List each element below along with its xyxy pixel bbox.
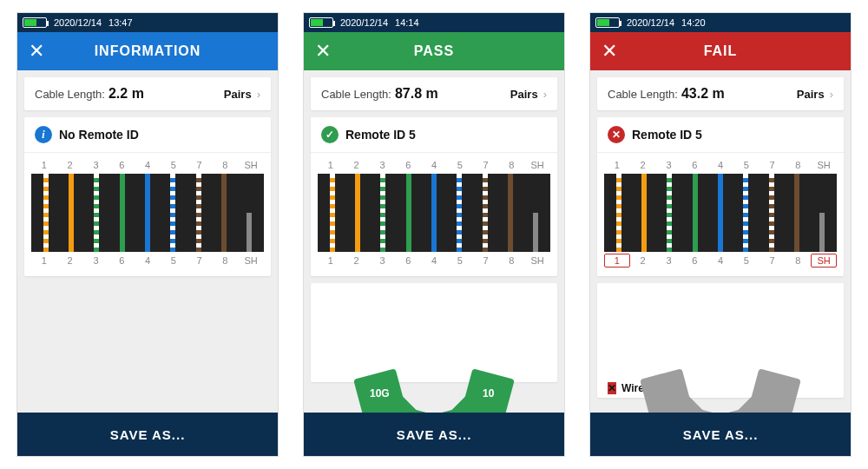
wire xyxy=(69,174,74,252)
wire xyxy=(120,174,125,252)
device-screen: 2020/12/1414:20✕FAILCable Length: 43.2 m… xyxy=(590,13,851,456)
status-date: 2020/12/14 xyxy=(627,17,674,28)
wire xyxy=(380,174,385,252)
wire xyxy=(693,174,698,252)
result-bar: ✕FAIL xyxy=(590,32,851,70)
content-area: Cable Length: 87.8 mPairs›✓Remote ID 512… xyxy=(304,70,564,413)
wiremap-wires xyxy=(604,174,837,252)
pairs-link[interactable]: Pairs xyxy=(510,88,538,101)
wire xyxy=(355,174,360,252)
result-bar: ✕INFORMATION xyxy=(17,32,278,70)
cable-length-value: 2.2 m xyxy=(108,86,144,102)
remote-id-label: No Remote ID xyxy=(59,128,139,142)
bad-icon: ✕ xyxy=(608,126,625,143)
cable-length-label: Cable Length: xyxy=(35,88,105,101)
speed-gauge-card: ✕Wiremap xyxy=(597,283,844,398)
content-area: Cable Length: 43.2 mPairs›✕Remote ID 512… xyxy=(590,70,851,413)
wire xyxy=(641,174,647,252)
wire xyxy=(43,174,49,252)
wire xyxy=(508,174,513,252)
status-bar: 2020/12/1414:20 xyxy=(590,13,851,32)
ok-icon: ✓ xyxy=(321,126,339,143)
cable-length-value: 43.2 m xyxy=(681,86,725,102)
status-bar: 2020/12/1413:47 xyxy=(17,13,278,32)
battery-icon xyxy=(23,17,47,28)
status-time: 14:20 xyxy=(681,17,706,28)
cable-length-card: Cable Length: 43.2 mPairs› xyxy=(597,77,844,110)
save-as-button[interactable]: SAVE AS... xyxy=(590,413,851,456)
status-date: 2020/12/14 xyxy=(54,17,102,28)
save-as-button[interactable]: SAVE AS... xyxy=(304,413,564,456)
wire xyxy=(170,174,175,252)
status-time: 14:14 xyxy=(395,17,419,28)
wire xyxy=(794,174,799,252)
remote-id-row: ✕Remote ID 5 xyxy=(597,117,844,153)
wiremap-wires xyxy=(31,174,264,252)
wiremap-bottom-labels: 12364578SH xyxy=(31,254,264,268)
speed-gauge xyxy=(616,292,825,379)
wiremap: 12364578SH12364578SH xyxy=(311,153,557,276)
wire xyxy=(247,213,252,252)
wire xyxy=(718,174,723,252)
error-icon: ✕ xyxy=(608,382,616,394)
wiremap: 12364578SH12364578SH xyxy=(24,153,271,276)
chevron-right-icon: › xyxy=(830,88,833,101)
wire xyxy=(406,174,411,252)
wire xyxy=(145,174,150,252)
wire xyxy=(743,174,748,252)
wire xyxy=(196,174,201,252)
pairs-link[interactable]: Pairs xyxy=(224,88,252,101)
chevron-right-icon: › xyxy=(257,88,260,101)
result-title: INFORMATION xyxy=(17,43,278,59)
wire xyxy=(819,213,825,252)
wire xyxy=(457,174,462,252)
info-icon: i xyxy=(35,126,52,143)
wire xyxy=(533,213,538,252)
pairs-link[interactable]: Pairs xyxy=(797,88,825,101)
cable-length-row[interactable]: Cable Length: 43.2 mPairs› xyxy=(597,77,844,110)
status-time: 13:47 xyxy=(108,17,133,28)
wiremap-top-labels: 12364578SH xyxy=(31,158,264,172)
cable-length-card: Cable Length: 87.8 mPairs› xyxy=(311,77,557,110)
wire xyxy=(667,174,672,252)
wire xyxy=(94,174,99,252)
wire xyxy=(221,174,227,252)
remote-id-label: Remote ID 5 xyxy=(632,128,702,142)
wiremap-top-labels: 12364578SH xyxy=(318,158,550,172)
chevron-right-icon: › xyxy=(543,88,547,101)
wire xyxy=(431,174,437,252)
wiremap-bottom-labels: 12364578SH xyxy=(604,254,837,268)
result-bar: ✕PASS xyxy=(304,32,564,70)
speed-gauge: 101001G2.5G ✓5G10G xyxy=(330,292,538,379)
cable-length-label: Cable Length: xyxy=(321,88,391,101)
remote-id-label: Remote ID 5 xyxy=(345,128,416,142)
wiremap-top-labels: 12364578SH xyxy=(604,158,837,172)
status-bar: 2020/12/1414:14 xyxy=(304,13,564,32)
cable-length-card: Cable Length: 2.2 mPairs› xyxy=(24,77,271,110)
wiremap-bottom-labels: 12364578SH xyxy=(318,254,550,268)
battery-icon xyxy=(595,17,620,28)
result-title: PASS xyxy=(304,43,564,59)
remote-id-row: iNo Remote ID xyxy=(24,117,271,153)
wire xyxy=(616,174,621,252)
cable-length-label: Cable Length: xyxy=(608,88,678,101)
content-area: Cable Length: 2.2 mPairs›iNo Remote ID12… xyxy=(17,70,278,413)
device-screen: 2020/12/1413:47✕INFORMATIONCable Length:… xyxy=(17,13,278,456)
wiremap-wires xyxy=(318,174,550,252)
speed-gauge-card: 101001G2.5G ✓5G10G xyxy=(311,283,557,382)
wiremap-card: ✕Remote ID 512364578SH12364578SH xyxy=(597,117,844,276)
save-as-button[interactable]: SAVE AS... xyxy=(17,413,278,456)
wiremap-card: iNo Remote ID12364578SH12364578SH xyxy=(24,117,271,276)
cable-length-row[interactable]: Cable Length: 87.8 mPairs› xyxy=(311,77,557,110)
wiremap-card: ✓Remote ID 512364578SH12364578SH xyxy=(311,117,557,276)
wiremap: 12364578SH12364578SH xyxy=(597,153,844,276)
result-title: FAIL xyxy=(590,43,851,59)
status-date: 2020/12/14 xyxy=(340,17,388,28)
cable-length-row[interactable]: Cable Length: 2.2 mPairs› xyxy=(24,77,271,110)
remote-id-row: ✓Remote ID 5 xyxy=(311,117,557,153)
cable-length-value: 87.8 m xyxy=(395,86,438,102)
wire xyxy=(769,174,774,252)
battery-icon xyxy=(309,17,333,28)
wire xyxy=(483,174,488,252)
device-screen: 2020/12/1414:14✕PASSCable Length: 87.8 m… xyxy=(304,13,564,456)
